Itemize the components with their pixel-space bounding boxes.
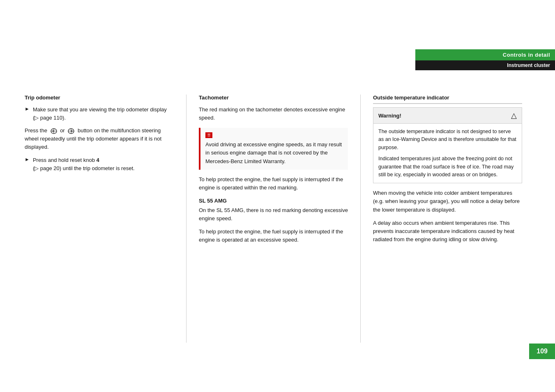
warning-body-1: The outside temperature indicator is not… — [378, 128, 517, 152]
controls-in-detail-label: Controls in detail — [415, 49, 555, 60]
header-bar: Controls in detail Instrument cluster — [415, 49, 555, 70]
svg-marker-7 — [71, 130, 73, 132]
outside-temp-title: Outside temperature indicator — [373, 95, 522, 104]
warning-icon-red: !! — [205, 132, 212, 138]
divider-1 — [186, 95, 187, 343]
warning-label: Warning! — [378, 113, 401, 119]
bullet-arrow-1: ► — [25, 106, 30, 112]
col-outside-temp: Outside temperature indicator Warning! △… — [365, 95, 530, 343]
page-number: 109 — [529, 344, 555, 359]
bullet-text-2: Press and hold reset knob 4 (▷ page 20) … — [33, 156, 135, 172]
bullet-text-1: Make sure that you are viewing the trip … — [33, 106, 174, 122]
content-area: Trip odometer ► Make sure that you are v… — [25, 95, 530, 343]
tachometer-body2: To help protect the engine, the fuel sup… — [199, 175, 348, 192]
bullet-item-1: ► Make sure that you are viewing the tri… — [25, 106, 174, 122]
instrument-cluster-label: Instrument cluster — [415, 60, 555, 70]
tachometer-title: Tachometer — [199, 95, 348, 101]
bullet-arrow-2: ► — [25, 157, 30, 162]
steering-wheel-text: Press the or button on the multifunction… — [25, 127, 174, 151]
outside-temp-body2: A delay also occurs when ambient tempera… — [373, 219, 522, 244]
svg-marker-3 — [52, 130, 53, 132]
steering-wheel-left-icon — [50, 128, 58, 134]
sl55-amg-title: SL 55 AMG — [199, 198, 348, 204]
tachometer-body1: The red marking on the tachometer denote… — [199, 106, 348, 122]
warning-panel-body: The outside temperature indicator is not… — [373, 124, 522, 183]
triangle-warning-icon: △ — [511, 111, 517, 120]
divider-2 — [360, 95, 361, 343]
steering-wheel-right-icon — [67, 128, 75, 134]
sl55-body1: On the SL 55 AMG, there is no red markin… — [199, 206, 348, 223]
warning-body-2: Indicated temperatures just above the fr… — [378, 155, 517, 179]
trip-odometer-title: Trip odometer — [25, 95, 174, 101]
tachometer-warning-box: !! Avoid driving at excessive engine spe… — [199, 128, 348, 169]
warning-panel: Warning! △ The outside temperature indic… — [373, 107, 522, 183]
outside-temp-body1: When moving the vehicle into colder ambi… — [373, 189, 522, 214]
warning-panel-header: Warning! △ — [373, 108, 522, 124]
reset-knob-number: 4 — [97, 157, 99, 163]
tachometer-warning-text: Avoid driving at excessive engine speeds… — [205, 141, 343, 165]
bullet-item-2: ► Press and hold reset knob 4 (▷ page 20… — [25, 156, 174, 172]
col-trip-odometer: Trip odometer ► Make sure that you are v… — [25, 95, 182, 343]
col-tachometer: Tachometer The red marking on the tachom… — [191, 95, 356, 343]
sl55-body2: To help protect the engine, the fuel sup… — [199, 228, 348, 244]
